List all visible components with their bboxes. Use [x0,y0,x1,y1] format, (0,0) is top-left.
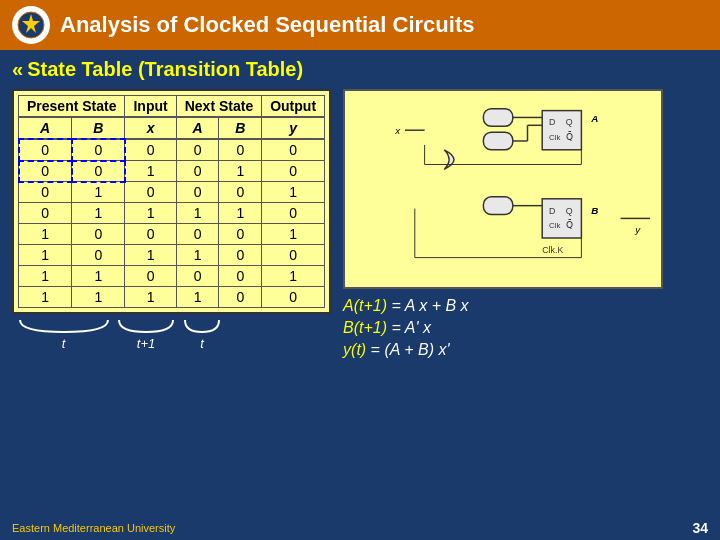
table-cell: 0 [219,182,262,203]
content-row: Present State Input Next State Output A … [12,89,708,514]
svg-text:D: D [549,206,555,216]
col-B: B [72,117,125,139]
col-A: A [19,117,72,139]
university-label: Eastern Mediterranean University [12,522,175,534]
svg-rect-15 [542,199,581,238]
table-cell: 1 [19,245,72,266]
table-cell: 0 [176,161,219,182]
next-state-header: Next State [176,96,261,118]
table-cell: 0 [219,287,262,308]
table-cell: 1 [262,266,325,287]
table-cell: 1 [125,161,176,182]
table-cell: 1 [262,224,325,245]
eq-B: B(t+1) = A' x [343,319,708,337]
table-cell: 0 [19,182,72,203]
table-cell: 1 [176,245,219,266]
state-table: Present State Input Next State Output A … [18,95,325,308]
table-row: 111100 [19,287,325,308]
table-cell: 0 [72,245,125,266]
svg-text:Clk.K: Clk.K [542,245,563,255]
col-nA: A [176,117,219,139]
table-cell: 1 [125,287,176,308]
table-cell: 0 [219,245,262,266]
table-cell: 0 [176,266,219,287]
table-cell: 1 [125,203,176,224]
svg-text:Clk: Clk [549,133,560,142]
svg-rect-9 [483,109,512,127]
table-cell: 1 [19,287,72,308]
table-cell: 1 [125,245,176,266]
svg-text:Q: Q [566,117,573,127]
table-cell: 0 [19,139,72,161]
svg-text:Q̄: Q̄ [566,131,573,142]
bottom-row: Eastern Mediterranean University 34 [12,518,708,536]
table-area: Present State Input Next State Output A … [12,89,331,514]
eq-A-body: = A x + B x [387,297,469,314]
table-cell: 0 [262,203,325,224]
eq-y-label: y(t) [343,341,371,358]
brace-t2-group: t [181,318,223,351]
svg-text:Q: Q [566,206,573,216]
brace-t1-label: t+1 [137,336,155,351]
eq-B-body: = A' x [387,319,431,336]
table-row: 110001 [19,266,325,287]
page-number: 34 [692,520,708,536]
table-cell: 1 [19,266,72,287]
svg-text:A: A [590,113,598,124]
eq-B-label: B(t+1) [343,319,387,336]
main-content: «State Table (Transition Table) Present … [0,50,720,540]
table-row: 010001 [19,182,325,203]
table-cell: 1 [262,182,325,203]
table-cell: 0 [176,182,219,203]
output-header: Output [262,96,325,118]
equations: A(t+1) = A x + B x B(t+1) = A' x y(t) = … [343,297,708,359]
header: Analysis of Clocked Sequential Circuits [0,0,720,50]
table-row: 101100 [19,245,325,266]
table-cell: 1 [219,161,262,182]
bullet-icon: « [12,58,23,80]
table-cell: 0 [262,139,325,161]
table-cell: 0 [19,161,72,182]
table-cell: 0 [125,182,176,203]
svg-text:D: D [549,117,555,127]
table-cell: 0 [19,203,72,224]
eq-A-label: A(t+1) [343,297,387,314]
table-cell: 0 [262,161,325,182]
table-cell: 0 [125,266,176,287]
svg-rect-10 [483,132,512,150]
table-cell: 0 [125,224,176,245]
section-heading: «State Table (Transition Table) [12,58,708,81]
table-cell: 1 [176,287,219,308]
table-row: 100001 [19,224,325,245]
brace-t1-group: t+1 [115,318,177,351]
circuit-diagram: D Q Clk Q̄ A [343,89,663,289]
eq-y-body: = (A + B) x' [371,341,450,358]
table-cell: 0 [262,245,325,266]
table-cell: 0 [72,224,125,245]
table-cell: 0 [219,266,262,287]
brace-t-group: t [16,318,111,351]
table-cell: 0 [219,139,262,161]
table-cell: 0 [176,139,219,161]
present-state-header: Present State [19,96,125,118]
right-area: D Q Clk Q̄ A [343,89,708,514]
svg-text:Clk: Clk [549,221,560,230]
table-cell: 1 [19,224,72,245]
eq-A: A(t+1) = A x + B x [343,297,708,315]
table-cell: 0 [125,139,176,161]
brace-t-label: t [62,336,66,351]
table-cell: 0 [219,224,262,245]
svg-text:B: B [591,205,598,216]
input-header: Input [125,96,176,118]
table-cell: 0 [72,161,125,182]
col-nB: B [219,117,262,139]
table-cell: 0 [176,224,219,245]
table-cell: 0 [72,139,125,161]
eq-y: y(t) = (A + B) x' [343,341,708,359]
col-x: x [125,117,176,139]
table-cell: 1 [72,266,125,287]
brace-row: t t+1 t [12,316,331,351]
table-cell: 1 [219,203,262,224]
brace-t2-label: t [200,336,204,351]
svg-text:Q̄: Q̄ [566,219,573,230]
